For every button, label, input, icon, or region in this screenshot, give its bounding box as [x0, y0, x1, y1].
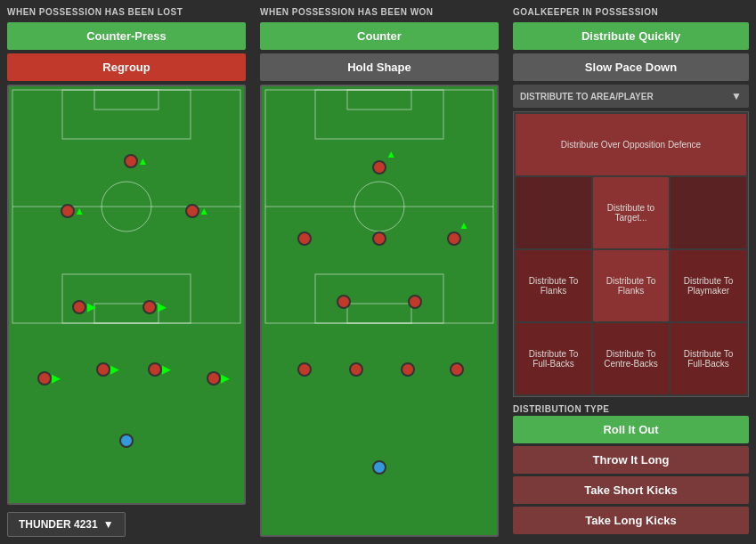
middle-panel: WHEN POSSESSION HAS BEEN WON Counter Hol… — [253, 0, 506, 544]
chevron-down-icon: ▼ — [103, 518, 114, 531]
arrow: ▶ — [162, 363, 170, 376]
right-section-title: GOALKEEPER IN POSSESSION — [513, 7, 749, 17]
counter-button[interactable]: Counter — [260, 22, 499, 50]
arrow: ▶ — [110, 363, 118, 376]
take-short-kicks-button[interactable]: Take Short Kicks — [513, 476, 749, 504]
player-dot — [450, 362, 464, 377]
dist-cell-over-defence[interactable]: Distribute Over Opposition Defence — [516, 114, 746, 175]
dist-cell-empty1[interactable] — [516, 177, 591, 248]
player-dot — [96, 362, 110, 377]
goalkeeper-dot — [119, 434, 134, 448]
player-dot — [72, 300, 86, 314]
svg-rect-4 — [94, 90, 159, 110]
dist-cell-playmaker[interactable]: Distribute To Flanks — [593, 250, 669, 321]
player-dot — [337, 295, 351, 309]
svg-rect-5 — [62, 274, 191, 323]
dist-cell-empty2[interactable] — [671, 177, 746, 248]
svg-rect-13 — [347, 304, 411, 323]
roll-it-out-button[interactable]: Roll It Out — [513, 416, 749, 443]
arrow: ▲ — [199, 205, 209, 217]
player-dot — [37, 371, 52, 386]
player-dot — [297, 231, 312, 246]
arrow: ▲ — [459, 219, 469, 231]
svg-rect-3 — [62, 90, 191, 139]
player-dot — [124, 154, 138, 168]
chevron-down-icon: ▼ — [731, 90, 742, 102]
player-dot — [61, 204, 75, 218]
arrow: ▶ — [52, 372, 60, 385]
dist-cell-flanks-left[interactable]: Distribute To Flanks — [516, 250, 591, 321]
distribute-grid: Distribute Over Opposition Defence Distr… — [513, 111, 749, 397]
dist-cell-target[interactable]: Distribute to Target... — [593, 177, 669, 248]
left-panel: WHEN POSSESSION HAS BEEN LOST Counter-Pr… — [0, 0, 253, 544]
arrow: ▶ — [87, 301, 95, 313]
player-dot — [372, 160, 386, 175]
dist-cell-fullbacks-left[interactable]: Distribute To Full-Backs — [516, 323, 591, 394]
arrow: ▲ — [74, 205, 85, 217]
goalkeeper-dot — [372, 460, 386, 475]
regroup-button[interactable]: Regroup — [7, 53, 246, 81]
dist-cell-fullbacks-right[interactable]: Distribute To Full-Backs — [671, 323, 746, 394]
middle-pitch: ▲ ▲ — [260, 85, 499, 537]
middle-section-title: WHEN POSSESSION HAS BEEN WON — [260, 7, 499, 17]
arrow: ▶ — [158, 301, 166, 313]
arrow: ▲ — [386, 148, 396, 160]
player-dot — [185, 204, 199, 218]
svg-rect-11 — [347, 90, 411, 110]
player-dot — [297, 362, 312, 377]
svg-rect-10 — [315, 90, 443, 139]
distribution-type-section: DISTRIBUTION TYPE Roll It Out Throw It L… — [513, 404, 749, 537]
arrow: ▶ — [221, 372, 229, 385]
slow-pace-down-button[interactable]: Slow Pace Down — [513, 53, 749, 81]
dist-cell-flanks-right[interactable]: Distribute To Playmaker — [671, 250, 746, 321]
player-dot — [447, 231, 461, 246]
right-panel: GOALKEEPER IN POSSESSION Distribute Quic… — [506, 0, 756, 544]
team-selector-button[interactable]: THUNDER 4231 ▼ — [7, 512, 126, 537]
team-name-label: THUNDER 4231 — [19, 518, 98, 531]
svg-rect-12 — [315, 274, 443, 323]
arrow: ▲ — [138, 155, 149, 167]
hold-shape-button[interactable]: Hold Shape — [260, 53, 499, 81]
distribution-type-title: DISTRIBUTION TYPE — [513, 404, 749, 414]
left-pitch: ▶ ▶ ▶ ▶ ▶ ▶ ▲ ▲ ▲ — [7, 85, 246, 505]
dist-cell-centrebacks[interactable]: Distribute To Centre-Backs — [593, 323, 669, 394]
left-section-title: WHEN POSSESSION HAS BEEN LOST — [7, 7, 246, 17]
counter-press-button[interactable]: Counter-Press — [7, 22, 246, 50]
player-dot — [401, 362, 415, 377]
player-dot — [372, 231, 386, 246]
distribute-area-dropdown[interactable]: DISTRIBUTE TO AREA/PLAYER ▼ — [513, 85, 749, 108]
throw-it-long-button[interactable]: Throw It Long — [513, 446, 749, 474]
player-dot — [148, 362, 162, 377]
player-dot — [408, 295, 422, 309]
distribute-area-title: DISTRIBUTE TO AREA/PLAYER — [520, 92, 654, 101]
player-dot — [207, 371, 221, 386]
player-dot — [142, 300, 157, 314]
take-long-kicks-button[interactable]: Take Long Kicks — [513, 507, 749, 534]
player-dot — [349, 362, 363, 377]
team-selector: THUNDER 4231 ▼ — [7, 512, 246, 537]
distribute-quickly-button[interactable]: Distribute Quickly — [513, 22, 749, 50]
